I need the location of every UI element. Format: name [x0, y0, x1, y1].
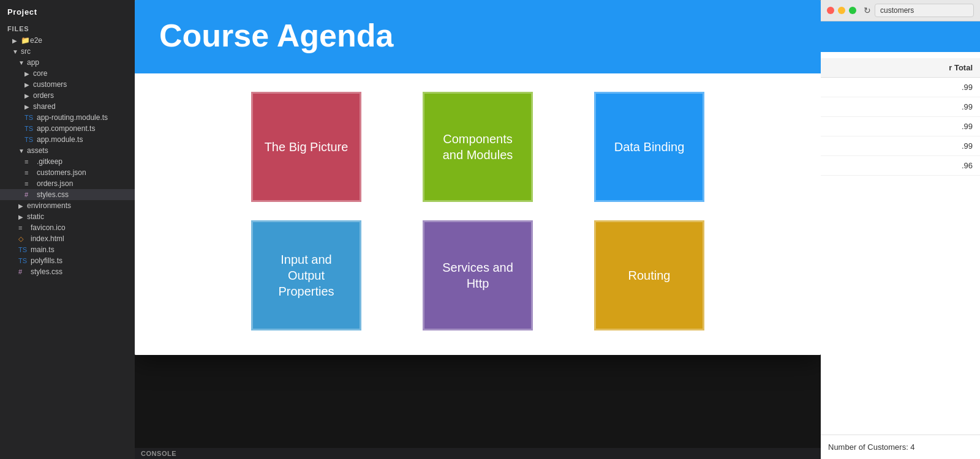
arrow-right-icon: ▶	[24, 92, 33, 99]
right-panel: ↻ customers r Total .99 .99 .99 .99 .96 …	[821, 0, 980, 459]
arrow-right-icon: ▶	[18, 203, 27, 209]
eq-icon: ≡	[24, 158, 34, 165]
card-data-binding[interactable]: Data Binding	[594, 92, 704, 202]
sidebar-item-src[interactable]: ▼ src	[0, 46, 135, 57]
sidebar-item-favicon[interactable]: ≡ favicon.ico	[0, 222, 135, 233]
table-row: .99	[821, 78, 980, 97]
diamond-icon: ◇	[18, 235, 28, 243]
sidebar-item-app[interactable]: ▼ app	[0, 57, 135, 68]
browser-chrome: ↻ customers	[821, 0, 980, 21]
ts-icon: TS	[24, 136, 34, 143]
sidebar-item-orders-json[interactable]: ≡ orders.json	[0, 178, 135, 189]
card-input-output[interactable]: Input and Output Properties	[251, 220, 361, 330]
close-button[interactable]	[827, 7, 834, 14]
sidebar-item-static[interactable]: ▶ static	[0, 211, 135, 222]
sidebar-item-polyfills-ts[interactable]: TS polyfills.ts	[0, 255, 135, 266]
course-agenda-modal: Course Agenda The Big Picture Components…	[135, 0, 821, 355]
card-services-http[interactable]: Services and Http	[423, 220, 533, 330]
sidebar-item-app-module[interactable]: TS app.module.ts	[0, 134, 135, 145]
arrow-right-icon: ▶	[24, 81, 33, 88]
modal-title: Course Agenda	[159, 17, 796, 54]
table-row: .99	[821, 97, 980, 117]
arrow-down-icon: ▼	[12, 48, 21, 55]
customer-count: Number of Customers: 4	[821, 435, 980, 459]
arrow-down-icon: ▼	[18, 147, 27, 154]
modal-body: The Big Picture Components and Modules D…	[135, 73, 821, 355]
arrow-right-icon: ▶	[18, 214, 27, 220]
sidebar: Project FILES ▶ 📁 e2e ▼ src ▼ app ▶ core…	[0, 0, 135, 459]
sidebar-item-assets[interactable]: ▼ assets	[0, 145, 135, 156]
sidebar-item-orders[interactable]: ▶ orders	[0, 90, 135, 101]
table-header: r Total	[821, 58, 980, 78]
hash-icon: #	[24, 191, 34, 198]
sidebar-item-app-routing[interactable]: TS app-routing.module.ts	[0, 112, 135, 123]
table-row: .96	[821, 156, 980, 176]
card-grid: The Big Picture Components and Modules D…	[172, 92, 784, 330]
sidebar-item-shared[interactable]: ▶ shared	[0, 101, 135, 112]
eq-icon: ≡	[18, 224, 28, 231]
refresh-icon[interactable]: ↻	[864, 6, 871, 15]
card-routing[interactable]: Routing	[594, 220, 704, 330]
ts-icon: TS	[24, 114, 34, 121]
arrow-right-icon: ▶	[24, 103, 33, 110]
table-row: .99	[821, 136, 980, 156]
eq-icon: ≡	[24, 180, 34, 187]
card-components-modules[interactable]: Components and Modules	[423, 92, 533, 202]
table-row: .99	[821, 117, 980, 136]
maximize-button[interactable]	[849, 7, 856, 14]
modal-header: Course Agenda	[135, 0, 821, 73]
sidebar-item-environments[interactable]: ▶ environments	[0, 200, 135, 211]
ts-icon: TS	[24, 125, 34, 132]
minimize-button[interactable]	[838, 7, 845, 14]
sidebar-item-main-ts[interactable]: TS main.ts	[0, 244, 135, 255]
sidebar-item-styles-css[interactable]: # styles.css	[0, 266, 135, 277]
ts-icon: TS	[18, 246, 28, 253]
sidebar-item-customers-json[interactable]: ≡ customers.json	[0, 167, 135, 178]
modal-overlay: Course Agenda The Big Picture Components…	[135, 0, 821, 459]
arrow-right-icon: ▶	[12, 37, 21, 44]
sidebar-item-index-html[interactable]: ◇ index.html	[0, 233, 135, 244]
arrow-down-icon: ▼	[18, 59, 27, 66]
ts-icon: TS	[18, 257, 28, 264]
sidebar-title: Project	[0, 5, 135, 21]
sidebar-item-e2e[interactable]: ▶ 📁 e2e	[0, 35, 135, 46]
url-bar[interactable]: customers	[875, 4, 974, 17]
main-area: src / assets / styles.css 27 line-height…	[135, 0, 821, 459]
app-header-bar	[821, 21, 980, 52]
eq-icon: ≡	[24, 169, 34, 176]
sidebar-item-styles-css-assets[interactable]: # styles.css	[0, 189, 135, 200]
sidebar-item-app-component[interactable]: TS app.component.ts	[0, 123, 135, 134]
folder-icon: 📁	[21, 36, 30, 45]
sidebar-item-gitkeep[interactable]: ≡ .gitkeep	[0, 156, 135, 167]
card-big-picture[interactable]: The Big Picture	[251, 92, 361, 202]
files-section: FILES	[0, 21, 135, 35]
hash-icon: #	[18, 268, 28, 275]
sidebar-item-core[interactable]: ▶ core	[0, 68, 135, 79]
right-content: r Total .99 .99 .99 .99 .96	[821, 52, 980, 435]
sidebar-item-customers[interactable]: ▶ customers	[0, 79, 135, 90]
arrow-right-icon: ▶	[24, 70, 33, 77]
